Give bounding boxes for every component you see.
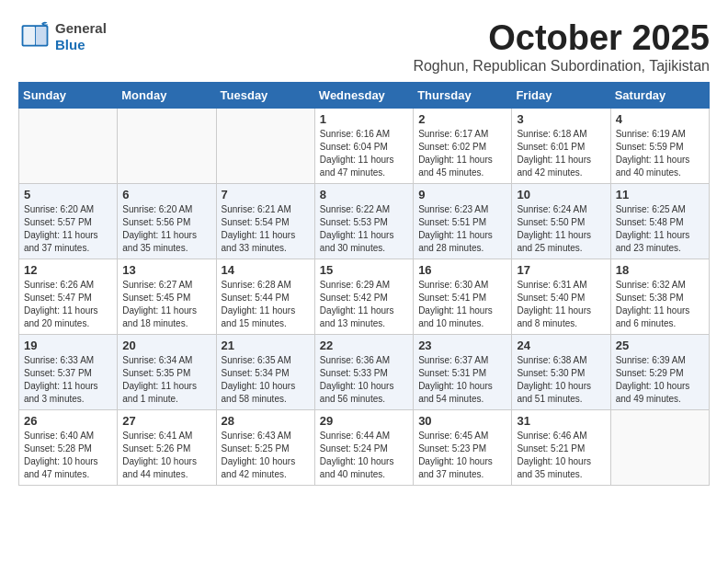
svg-rect-2 <box>36 27 47 45</box>
logo-general-text: General <box>55 20 107 37</box>
day-number: 14 <box>222 263 310 277</box>
calendar-table: SundayMondayTuesdayWednesdayThursdayFrid… <box>18 82 710 486</box>
day-info: Sunrise: 6:21 AM Sunset: 5:54 PM Dayligh… <box>222 203 310 255</box>
calendar-cell: 31Sunrise: 6:46 AM Sunset: 5:21 PM Dayli… <box>512 410 610 486</box>
day-info: Sunrise: 6:27 AM Sunset: 5:45 PM Dayligh… <box>122 279 210 330</box>
day-info: Sunrise: 6:17 AM Sunset: 6:02 PM Dayligh… <box>418 128 506 179</box>
day-info: Sunrise: 6:31 AM Sunset: 5:40 PM Dayligh… <box>517 279 605 330</box>
day-info: Sunrise: 6:26 AM Sunset: 5:47 PM Dayligh… <box>24 279 112 330</box>
calendar-cell: 18Sunrise: 6:32 AM Sunset: 5:38 PM Dayli… <box>610 259 709 335</box>
logo-blue-text: Blue <box>55 37 107 53</box>
calendar-week-row: 26Sunrise: 6:40 AM Sunset: 5:28 PM Dayli… <box>19 410 710 486</box>
day-info: Sunrise: 6:41 AM Sunset: 5:26 PM Dayligh… <box>122 430 210 481</box>
calendar-cell: 14Sunrise: 6:28 AM Sunset: 5:44 PM Dayli… <box>216 259 314 335</box>
day-info: Sunrise: 6:22 AM Sunset: 5:53 PM Dayligh… <box>320 203 408 255</box>
day-number: 12 <box>24 263 112 277</box>
logo-wordmark: General Blue <box>55 20 107 53</box>
calendar-cell: 29Sunrise: 6:44 AM Sunset: 5:24 PM Dayli… <box>314 410 413 486</box>
day-info: Sunrise: 6:30 AM Sunset: 5:41 PM Dayligh… <box>418 279 506 330</box>
day-info: Sunrise: 6:20 AM Sunset: 5:57 PM Dayligh… <box>24 203 112 255</box>
calendar-header-row: SundayMondayTuesdayWednesdayThursdayFrid… <box>19 83 710 109</box>
day-number: 3 <box>517 112 605 126</box>
day-number: 1 <box>320 112 408 126</box>
day-info: Sunrise: 6:32 AM Sunset: 5:38 PM Dayligh… <box>616 279 704 330</box>
calendar-cell <box>610 410 709 486</box>
day-number: 2 <box>418 112 506 126</box>
day-number: 19 <box>24 339 112 352</box>
day-number: 26 <box>24 414 112 428</box>
day-number: 22 <box>320 339 408 352</box>
day-info: Sunrise: 6:46 AM Sunset: 5:21 PM Dayligh… <box>517 430 605 481</box>
day-number: 17 <box>517 263 605 277</box>
day-info: Sunrise: 6:29 AM Sunset: 5:42 PM Dayligh… <box>320 279 408 330</box>
calendar-cell: 26Sunrise: 6:40 AM Sunset: 5:28 PM Dayli… <box>19 410 118 486</box>
day-info: Sunrise: 6:44 AM Sunset: 5:24 PM Dayligh… <box>320 430 408 481</box>
day-number: 31 <box>517 414 605 428</box>
day-number: 30 <box>418 414 506 428</box>
day-info: Sunrise: 6:37 AM Sunset: 5:31 PM Dayligh… <box>418 354 506 406</box>
day-number: 25 <box>616 339 704 352</box>
month-title: October 2025 <box>413 18 710 58</box>
calendar-cell: 13Sunrise: 6:27 AM Sunset: 5:45 PM Dayli… <box>118 259 216 335</box>
day-number: 21 <box>222 339 310 352</box>
day-info: Sunrise: 6:33 AM Sunset: 5:37 PM Dayligh… <box>24 354 112 406</box>
day-number: 7 <box>222 188 310 201</box>
day-of-week-header: Saturday <box>610 83 709 109</box>
calendar-cell: 24Sunrise: 6:38 AM Sunset: 5:30 PM Dayli… <box>512 335 610 410</box>
calendar-cell: 5Sunrise: 6:20 AM Sunset: 5:57 PM Daylig… <box>19 184 118 259</box>
day-info: Sunrise: 6:39 AM Sunset: 5:29 PM Dayligh… <box>616 354 704 406</box>
day-number: 4 <box>616 112 704 126</box>
day-info: Sunrise: 6:19 AM Sunset: 5:59 PM Dayligh… <box>616 128 704 179</box>
day-number: 24 <box>517 339 605 352</box>
logo-icon <box>18 18 51 55</box>
calendar-cell <box>118 109 216 184</box>
day-info: Sunrise: 6:43 AM Sunset: 5:25 PM Dayligh… <box>222 430 310 481</box>
day-info: Sunrise: 6:18 AM Sunset: 6:01 PM Dayligh… <box>517 128 605 179</box>
day-number: 9 <box>418 188 506 201</box>
calendar-cell: 21Sunrise: 6:35 AM Sunset: 5:34 PM Dayli… <box>216 335 314 410</box>
day-of-week-header: Wednesday <box>314 83 413 109</box>
calendar-cell: 6Sunrise: 6:20 AM Sunset: 5:56 PM Daylig… <box>118 184 216 259</box>
calendar-cell: 4Sunrise: 6:19 AM Sunset: 5:59 PM Daylig… <box>610 109 709 184</box>
calendar-cell: 22Sunrise: 6:36 AM Sunset: 5:33 PM Dayli… <box>314 335 413 410</box>
day-info: Sunrise: 6:45 AM Sunset: 5:23 PM Dayligh… <box>418 430 506 481</box>
day-number: 27 <box>122 414 210 428</box>
day-of-week-header: Tuesday <box>216 83 314 109</box>
day-info: Sunrise: 6:35 AM Sunset: 5:34 PM Dayligh… <box>222 354 310 406</box>
calendar-cell: 1Sunrise: 6:16 AM Sunset: 6:04 PM Daylig… <box>314 109 413 184</box>
calendar-cell: 8Sunrise: 6:22 AM Sunset: 5:53 PM Daylig… <box>314 184 413 259</box>
day-of-week-header: Friday <box>512 83 610 109</box>
day-info: Sunrise: 6:38 AM Sunset: 5:30 PM Dayligh… <box>517 354 605 406</box>
location-subtitle: Roghun, Republican Subordination, Tajiki… <box>413 58 710 75</box>
day-info: Sunrise: 6:16 AM Sunset: 6:04 PM Dayligh… <box>320 128 408 179</box>
calendar-cell: 19Sunrise: 6:33 AM Sunset: 5:37 PM Dayli… <box>19 335 118 410</box>
day-info: Sunrise: 6:40 AM Sunset: 5:28 PM Dayligh… <box>24 430 112 481</box>
day-number: 13 <box>122 263 210 277</box>
day-number: 23 <box>418 339 506 352</box>
day-info: Sunrise: 6:23 AM Sunset: 5:51 PM Dayligh… <box>418 203 506 255</box>
svg-rect-1 <box>23 27 35 45</box>
day-of-week-header: Thursday <box>414 83 512 109</box>
day-info: Sunrise: 6:20 AM Sunset: 5:56 PM Dayligh… <box>122 203 210 255</box>
calendar-cell: 10Sunrise: 6:24 AM Sunset: 5:50 PM Dayli… <box>512 184 610 259</box>
calendar-cell: 11Sunrise: 6:25 AM Sunset: 5:48 PM Dayli… <box>610 184 709 259</box>
day-number: 8 <box>320 188 408 201</box>
calendar-cell: 2Sunrise: 6:17 AM Sunset: 6:02 PM Daylig… <box>414 109 512 184</box>
calendar-cell: 30Sunrise: 6:45 AM Sunset: 5:23 PM Dayli… <box>414 410 512 486</box>
day-number: 16 <box>418 263 506 277</box>
calendar-week-row: 5Sunrise: 6:20 AM Sunset: 5:57 PM Daylig… <box>19 184 710 259</box>
calendar-cell <box>216 109 314 184</box>
calendar-week-row: 19Sunrise: 6:33 AM Sunset: 5:37 PM Dayli… <box>19 335 710 410</box>
day-of-week-header: Monday <box>118 83 216 109</box>
day-number: 6 <box>122 188 210 201</box>
day-number: 20 <box>122 339 210 352</box>
logo: General Blue <box>18 18 107 55</box>
calendar-cell: 9Sunrise: 6:23 AM Sunset: 5:51 PM Daylig… <box>414 184 512 259</box>
calendar-cell: 12Sunrise: 6:26 AM Sunset: 5:47 PM Dayli… <box>19 259 118 335</box>
day-info: Sunrise: 6:34 AM Sunset: 5:35 PM Dayligh… <box>122 354 210 406</box>
calendar-cell: 16Sunrise: 6:30 AM Sunset: 5:41 PM Dayli… <box>414 259 512 335</box>
calendar-cell: 17Sunrise: 6:31 AM Sunset: 5:40 PM Dayli… <box>512 259 610 335</box>
calendar-cell: 25Sunrise: 6:39 AM Sunset: 5:29 PM Dayli… <box>610 335 709 410</box>
day-of-week-header: Sunday <box>19 83 118 109</box>
calendar-cell: 23Sunrise: 6:37 AM Sunset: 5:31 PM Dayli… <box>414 335 512 410</box>
